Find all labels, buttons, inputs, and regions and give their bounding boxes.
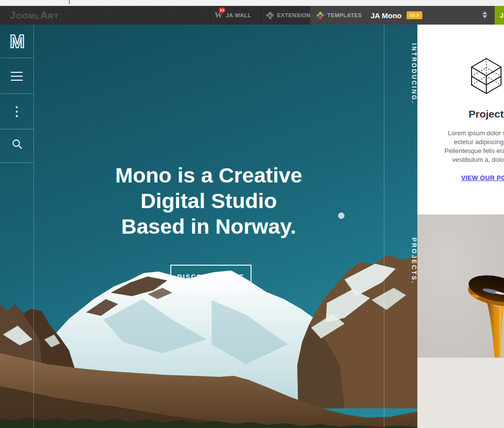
joomlart-topbar: JoomlArt W 12 JA WALL EXTENSIONS TEMPLAT… (0, 6, 504, 25)
extensions-label: EXTENSIONS (277, 12, 315, 18)
sidebar-divider (0, 58, 33, 58)
topbar-item-extensions[interactable]: EXTENSIONS (266, 6, 315, 25)
hero-heading-line-2: Digital Studio (33, 188, 384, 214)
topbar-item-ja-wall[interactable]: W 12 JA WALL (215, 6, 251, 25)
version-badge: J3.X (407, 11, 423, 19)
page: JoomlArt W 12 JA WALL EXTENSIONS TEMPLAT… (0, 0, 504, 428)
product-name: JA Mono (371, 11, 402, 20)
ja-wall-icon: W 12 (215, 11, 222, 20)
cart-button[interactable]: J (495, 6, 504, 25)
cube-icon (471, 57, 502, 95)
panel-paragraph-line: vestibulum a, dolor sit amet. (452, 156, 504, 163)
caret-tick (69, 0, 70, 4)
rail-introducing: INTRODUCING. (384, 43, 417, 104)
panel-heading: Projects (469, 108, 504, 120)
product-selector[interactable]: JA Mono J3.X (363, 6, 495, 25)
sidebar-divider (0, 93, 33, 94)
topbar-item-templates[interactable]: TEMPLATES (310, 6, 363, 25)
hero-heading-line-3: Based in Norway. (33, 214, 384, 239)
hero-heading-line-1: Mono is a Creative (33, 162, 384, 188)
projects-panel[interactable] (417, 214, 504, 428)
joomla-color-icon (316, 12, 324, 19)
search-icon[interactable] (12, 139, 23, 150)
joomlart-logo[interactable]: JoomlArt (10, 6, 59, 25)
sidebar-divider (0, 162, 33, 163)
rail-projects: PROJECTS. (384, 238, 417, 284)
view-portfolio-link[interactable]: VIEW OUR PORTFOLIO (461, 174, 504, 182)
menu-hamburger-icon[interactable] (11, 72, 23, 81)
introducing-panel: Projects Lorem ipsum dolor sit amet, con… (417, 25, 504, 214)
sort-arrows-icon[interactable] (481, 11, 489, 19)
mono-logo[interactable]: M (0, 31, 33, 52)
panel-paragraph-line: Pellentesque felis erat, condimentum (444, 147, 504, 154)
ja-wall-label: JA WALL (226, 12, 251, 18)
panel-paragraph-line: ectetur adipiscing elit. (454, 138, 504, 146)
divider (210, 6, 211, 25)
panel-paragraph-line: Lorem ipsum dolor sit amet, cons (448, 129, 504, 137)
joomla-gray-icon (266, 12, 274, 19)
hero-heading: Mono is a Creative Digital Studio Based … (33, 162, 384, 239)
hero-section: M INTRODUCING. PROJECTS. Mono is a Creat… (0, 25, 417, 428)
honey-dipper-image (417, 214, 504, 358)
more-options-icon[interactable] (15, 106, 18, 118)
cart-button-fragment: J (500, 12, 504, 19)
panel-lower-background (417, 358, 504, 428)
sidebar-divider (0, 129, 33, 129)
discover-more-button[interactable]: DISCOVER MORE (170, 265, 252, 289)
divider (261, 6, 261, 25)
notification-badge: 12 (219, 7, 225, 13)
templates-label: TEMPLATES (327, 12, 362, 18)
